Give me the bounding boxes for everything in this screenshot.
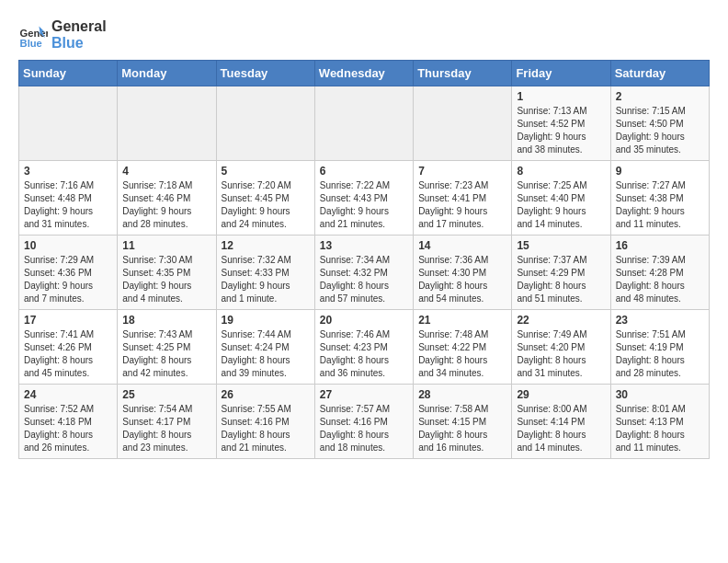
day-number: 5 (222, 165, 310, 178)
calendar-cell: 12Sunrise: 7:32 AM Sunset: 4:33 PM Dayli… (216, 236, 314, 310)
day-number: 23 (616, 314, 704, 327)
weekday-header-sunday: Sunday (19, 61, 118, 86)
calendar-week-1: 1Sunrise: 7:13 AM Sunset: 4:52 PM Daylig… (19, 86, 710, 161)
day-info: Sunrise: 7:44 AM Sunset: 4:24 PM Dayligh… (222, 328, 310, 380)
calendar-cell: 2Sunrise: 7:15 AM Sunset: 4:50 PM Daylig… (610, 86, 709, 161)
calendar-cell: 8Sunrise: 7:25 AM Sunset: 4:40 PM Daylig… (512, 161, 610, 236)
calendar-cell: 16Sunrise: 7:39 AM Sunset: 4:28 PM Dayli… (610, 236, 709, 310)
weekday-header-monday: Monday (118, 61, 216, 86)
day-info: Sunrise: 7:51 AM Sunset: 4:19 PM Dayligh… (616, 328, 704, 380)
calendar-cell: 18Sunrise: 7:43 AM Sunset: 4:25 PM Dayli… (118, 310, 216, 385)
day-number: 24 (24, 388, 112, 401)
weekday-header-tuesday: Tuesday (216, 61, 314, 86)
day-info: Sunrise: 8:00 AM Sunset: 4:14 PM Dayligh… (517, 403, 605, 454)
day-number: 13 (320, 239, 408, 252)
logo-general: General (51, 18, 107, 35)
day-number: 11 (122, 239, 210, 252)
logo-icon: General Blue (18, 20, 48, 50)
calendar-cell: 24Sunrise: 7:52 AM Sunset: 4:18 PM Dayli… (19, 385, 118, 459)
day-info: Sunrise: 7:22 AM Sunset: 4:43 PM Dayligh… (320, 179, 408, 231)
day-info: Sunrise: 7:13 AM Sunset: 4:52 PM Dayligh… (517, 105, 605, 156)
calendar-table: SundayMondayTuesdayWednesdayThursdayFrid… (18, 60, 710, 459)
weekday-header-wednesday: Wednesday (314, 61, 413, 86)
calendar-cell: 22Sunrise: 7:49 AM Sunset: 4:20 PM Dayli… (512, 310, 610, 385)
calendar-cell: 21Sunrise: 7:48 AM Sunset: 4:22 PM Dayli… (414, 310, 512, 385)
day-info: Sunrise: 7:20 AM Sunset: 4:45 PM Dayligh… (222, 179, 310, 231)
day-number: 21 (418, 314, 506, 327)
calendar-cell: 27Sunrise: 7:57 AM Sunset: 4:16 PM Dayli… (314, 385, 413, 459)
calendar-cell: 7Sunrise: 7:23 AM Sunset: 4:41 PM Daylig… (414, 161, 512, 236)
day-info: Sunrise: 7:48 AM Sunset: 4:22 PM Dayligh… (418, 328, 506, 380)
day-info: Sunrise: 7:18 AM Sunset: 4:46 PM Dayligh… (122, 179, 210, 231)
day-info: Sunrise: 7:43 AM Sunset: 4:25 PM Dayligh… (122, 328, 210, 380)
day-info: Sunrise: 7:27 AM Sunset: 4:38 PM Dayligh… (616, 179, 704, 231)
day-number: 20 (320, 314, 408, 327)
day-number: 10 (24, 239, 112, 252)
day-info: Sunrise: 7:36 AM Sunset: 4:30 PM Dayligh… (418, 254, 506, 305)
day-number: 8 (517, 165, 605, 178)
logo: General Blue General Blue (18, 18, 107, 51)
calendar-cell: 25Sunrise: 7:54 AM Sunset: 4:17 PM Dayli… (118, 385, 216, 459)
calendar-week-2: 3Sunrise: 7:16 AM Sunset: 4:48 PM Daylig… (19, 161, 710, 236)
day-number: 19 (222, 314, 310, 327)
day-number: 27 (320, 388, 408, 401)
day-info: Sunrise: 7:52 AM Sunset: 4:18 PM Dayligh… (24, 403, 112, 454)
calendar-cell: 4Sunrise: 7:18 AM Sunset: 4:46 PM Daylig… (118, 161, 216, 236)
calendar-header-row: SundayMondayTuesdayWednesdayThursdayFrid… (19, 61, 710, 86)
calendar-cell: 17Sunrise: 7:41 AM Sunset: 4:26 PM Dayli… (19, 310, 118, 385)
calendar-cell: 10Sunrise: 7:29 AM Sunset: 4:36 PM Dayli… (19, 236, 118, 310)
logo-blue: Blue (51, 35, 107, 52)
calendar-cell: 20Sunrise: 7:46 AM Sunset: 4:23 PM Dayli… (314, 310, 413, 385)
day-number: 14 (418, 239, 506, 252)
calendar-cell (414, 86, 512, 161)
day-number: 30 (616, 388, 704, 401)
calendar-cell: 23Sunrise: 7:51 AM Sunset: 4:19 PM Dayli… (610, 310, 709, 385)
calendar-cell: 5Sunrise: 7:20 AM Sunset: 4:45 PM Daylig… (216, 161, 314, 236)
day-info: Sunrise: 7:29 AM Sunset: 4:36 PM Dayligh… (24, 254, 112, 305)
day-info: Sunrise: 8:01 AM Sunset: 4:13 PM Dayligh… (616, 403, 704, 454)
day-number: 3 (24, 165, 112, 178)
weekday-header-saturday: Saturday (610, 61, 709, 86)
day-info: Sunrise: 7:37 AM Sunset: 4:29 PM Dayligh… (517, 254, 605, 305)
day-number: 22 (517, 314, 605, 327)
calendar-cell: 11Sunrise: 7:30 AM Sunset: 4:35 PM Dayli… (118, 236, 216, 310)
svg-text:Blue: Blue (20, 37, 42, 48)
calendar-cell: 28Sunrise: 7:58 AM Sunset: 4:15 PM Dayli… (414, 385, 512, 459)
day-info: Sunrise: 7:25 AM Sunset: 4:40 PM Dayligh… (517, 179, 605, 231)
day-number: 1 (517, 90, 605, 103)
day-info: Sunrise: 7:57 AM Sunset: 4:16 PM Dayligh… (320, 403, 408, 454)
calendar-cell (314, 86, 413, 161)
day-number: 17 (24, 314, 112, 327)
day-number: 6 (320, 165, 408, 178)
day-number: 29 (517, 388, 605, 401)
day-number: 16 (616, 239, 704, 252)
day-info: Sunrise: 7:49 AM Sunset: 4:20 PM Dayligh… (517, 328, 605, 380)
calendar-cell: 15Sunrise: 7:37 AM Sunset: 4:29 PM Dayli… (512, 236, 610, 310)
calendar-cell: 6Sunrise: 7:22 AM Sunset: 4:43 PM Daylig… (314, 161, 413, 236)
calendar-cell: 13Sunrise: 7:34 AM Sunset: 4:32 PM Dayli… (314, 236, 413, 310)
page-header: General Blue General Blue (18, 18, 710, 51)
day-number: 18 (122, 314, 210, 327)
calendar-cell: 19Sunrise: 7:44 AM Sunset: 4:24 PM Dayli… (216, 310, 314, 385)
day-info: Sunrise: 7:41 AM Sunset: 4:26 PM Dayligh… (24, 328, 112, 380)
day-info: Sunrise: 7:54 AM Sunset: 4:17 PM Dayligh… (122, 403, 210, 454)
calendar-cell: 26Sunrise: 7:55 AM Sunset: 4:16 PM Dayli… (216, 385, 314, 459)
weekday-header-friday: Friday (512, 61, 610, 86)
calendar-week-3: 10Sunrise: 7:29 AM Sunset: 4:36 PM Dayli… (19, 236, 710, 310)
day-info: Sunrise: 7:30 AM Sunset: 4:35 PM Dayligh… (122, 254, 210, 305)
day-number: 2 (616, 90, 704, 103)
calendar-cell: 30Sunrise: 8:01 AM Sunset: 4:13 PM Dayli… (610, 385, 709, 459)
calendar-cell: 14Sunrise: 7:36 AM Sunset: 4:30 PM Dayli… (414, 236, 512, 310)
day-number: 28 (418, 388, 506, 401)
day-info: Sunrise: 7:16 AM Sunset: 4:48 PM Dayligh… (24, 179, 112, 231)
calendar-cell: 1Sunrise: 7:13 AM Sunset: 4:52 PM Daylig… (512, 86, 610, 161)
day-info: Sunrise: 7:46 AM Sunset: 4:23 PM Dayligh… (320, 328, 408, 380)
weekday-header-thursday: Thursday (414, 61, 512, 86)
day-number: 25 (122, 388, 210, 401)
day-info: Sunrise: 7:23 AM Sunset: 4:41 PM Dayligh… (418, 179, 506, 231)
calendar-week-4: 17Sunrise: 7:41 AM Sunset: 4:26 PM Dayli… (19, 310, 710, 385)
day-info: Sunrise: 7:58 AM Sunset: 4:15 PM Dayligh… (418, 403, 506, 454)
calendar-cell (216, 86, 314, 161)
calendar-cell (118, 86, 216, 161)
calendar-cell: 9Sunrise: 7:27 AM Sunset: 4:38 PM Daylig… (610, 161, 709, 236)
